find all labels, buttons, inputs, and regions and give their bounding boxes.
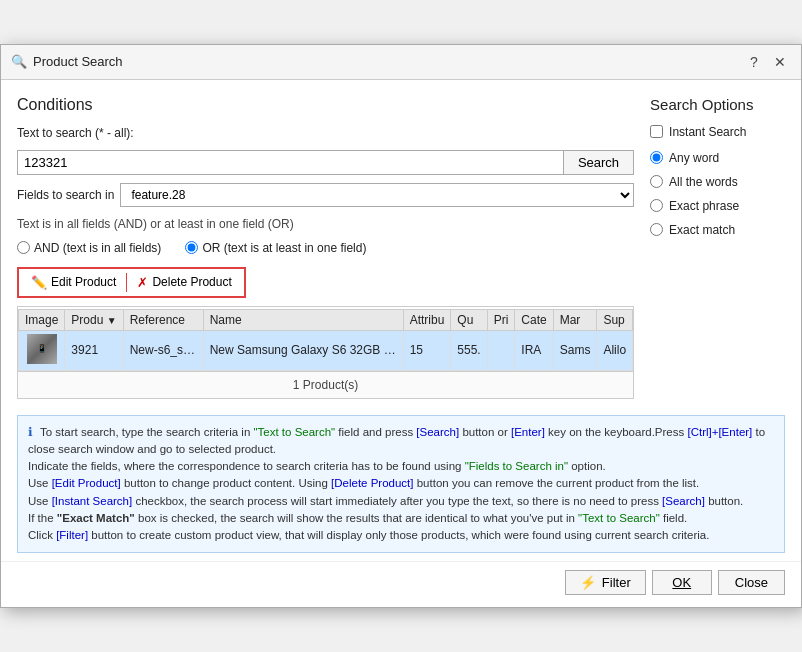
results-table: Image Produ ▼ Reference Name Attribu Qu … (18, 309, 633, 371)
col-supplier[interactable]: Sup (597, 309, 633, 330)
or-label: OR (text is at least in one field) (202, 241, 366, 255)
cell-supplier: Alilo (597, 330, 633, 370)
window-title: Product Search (33, 54, 123, 69)
info-instant-ref: [Instant Search] (52, 495, 133, 507)
search-button[interactable]: Search (564, 150, 634, 175)
close-button[interactable]: Close (718, 570, 785, 595)
table-header-row: Image Produ ▼ Reference Name Attribu Qu … (19, 309, 633, 330)
info-line2-post: option. (568, 460, 606, 472)
table-row[interactable]: 📱 3921 New-s6_sams. New Samsung Galaxy S… (19, 330, 633, 370)
info-search-ref2: [Search] (662, 495, 705, 507)
delete-label: Delete Product (152, 275, 231, 289)
search-label: Text to search (* - all): (17, 126, 634, 140)
or-radio-item[interactable]: OR (text is at least in one field) (185, 241, 366, 255)
andor-radio-group: AND (text is in all fields) OR (text is … (17, 241, 634, 255)
cell-image: 📱 (19, 330, 65, 370)
info-fields-ref: "Fields to Search in" (465, 460, 568, 472)
info-line1-post: button or (459, 426, 511, 438)
all-words-radio[interactable] (650, 175, 663, 188)
col-category[interactable]: Cate (515, 309, 553, 330)
or-radio[interactable] (185, 241, 198, 254)
col-product[interactable]: Produ ▼ (65, 309, 123, 330)
action-bar: ✏️ Edit Product ✗ Delete Product (17, 267, 246, 298)
search-row: Search (17, 150, 634, 175)
all-words-label: All the words (669, 175, 738, 189)
and-label: AND (text is in all fields) (34, 241, 161, 255)
any-word-item[interactable]: Any word (650, 151, 785, 165)
delete-icon: ✗ (137, 275, 148, 290)
product-image: 📱 (27, 334, 57, 364)
info-line4-pre: Use (28, 495, 52, 507)
info-line5-post: box is checked, the search will show the… (135, 512, 578, 524)
ok-button[interactable]: OK (652, 570, 712, 595)
help-button[interactable]: ? (743, 51, 765, 73)
info-line5-post2: field. (660, 512, 688, 524)
cell-price (487, 330, 515, 370)
col-reference[interactable]: Reference (123, 309, 203, 330)
left-panel: Conditions Text to search (* - all): Sea… (17, 96, 634, 399)
results-table-wrapper: Image Produ ▼ Reference Name Attribu Qu … (17, 306, 634, 399)
info-line4-post2: button. (705, 495, 743, 507)
info-line6-pre: Click (28, 529, 56, 541)
info-filter-ref: [Filter] (56, 529, 88, 541)
exact-phrase-item[interactable]: Exact phrase (650, 199, 785, 213)
info-line3-mid: button to change product content. Using (121, 477, 331, 489)
product-image-inner: 📱 (27, 334, 57, 364)
instant-search-label: Instant Search (669, 125, 746, 139)
instant-search-checkbox[interactable] (650, 125, 663, 138)
col-attrib[interactable]: Attribu (403, 309, 451, 330)
any-word-radio[interactable] (650, 151, 663, 164)
exact-match-radio[interactable] (650, 223, 663, 236)
col-name[interactable]: Name (203, 309, 403, 330)
col-price[interactable]: Pri (487, 309, 515, 330)
delete-product-button[interactable]: ✗ Delete Product (127, 271, 241, 294)
any-word-label: Any word (669, 151, 719, 165)
all-words-item[interactable]: All the words (650, 175, 785, 189)
info-ctrl-enter-ref: [Ctrl]+[Enter] (687, 426, 752, 438)
close-window-button[interactable]: ✕ (769, 51, 791, 73)
footer: ⚡ Filter OK Close (1, 561, 801, 607)
info-box: ℹ To start search, type the search crite… (17, 415, 785, 554)
info-text-to-search: "Text to Search" (253, 426, 335, 438)
cell-qty: 555. (451, 330, 487, 370)
info-line4-post: checkbox, the search process will start … (132, 495, 662, 507)
info-line3-pre: Use (28, 477, 52, 489)
cell-reference: New-s6_sams. (123, 330, 203, 370)
product-search-dialog: 🔍 Product Search ? ✕ Conditions Text to … (0, 44, 802, 609)
sort-icon: ▼ (107, 315, 117, 326)
exact-match-item[interactable]: Exact match (650, 223, 785, 237)
exact-phrase-radio[interactable] (650, 199, 663, 212)
edit-product-button[interactable]: ✏️ Edit Product (21, 271, 126, 294)
col-manufacturer[interactable]: Mar (553, 309, 597, 330)
fields-row: Fields to search in feature.28 (17, 183, 634, 207)
info-search-btn-ref: [Search] (416, 426, 459, 438)
and-radio-item[interactable]: AND (text is in all fields) (17, 241, 161, 255)
fields-select[interactable]: feature.28 (120, 183, 634, 207)
right-panel: Search Options Instant Search Any word A… (650, 96, 785, 399)
exact-phrase-label: Exact phrase (669, 199, 739, 213)
search-input[interactable] (17, 150, 564, 175)
search-options-title: Search Options (650, 96, 785, 113)
info-exact-ref: "Exact Match" (57, 512, 135, 524)
instant-search-item[interactable]: Instant Search (650, 125, 785, 139)
info-text-search-ref2: "Text to Search" (578, 512, 660, 524)
info-line3-post: button you can remove the current produc… (414, 477, 700, 489)
info-line6-post: button to create custom product view, th… (88, 529, 709, 541)
filter-label: Filter (602, 575, 631, 590)
dialog-body: Conditions Text to search (* - all): Sea… (1, 80, 801, 415)
conditions-title: Conditions (17, 96, 634, 114)
info-icon: ℹ (28, 426, 33, 438)
result-count: 1 Product(s) (18, 371, 633, 398)
cell-manufacturer: Sams (553, 330, 597, 370)
and-radio[interactable] (17, 241, 30, 254)
info-line1-pre: To start search, type the search criteri… (40, 426, 253, 438)
app-icon: 🔍 (11, 54, 27, 70)
cell-attrib: 15 (403, 330, 451, 370)
info-line1-post2: key on the keyboard.Press (545, 426, 688, 438)
filter-button[interactable]: ⚡ Filter (565, 570, 646, 595)
title-bar: 🔍 Product Search ? ✕ (1, 45, 801, 80)
cell-id: 3921 (65, 330, 123, 370)
info-edit-ref: [Edit Product] (52, 477, 121, 489)
col-qty[interactable]: Qu (451, 309, 487, 330)
fields-label: Fields to search in (17, 188, 114, 202)
